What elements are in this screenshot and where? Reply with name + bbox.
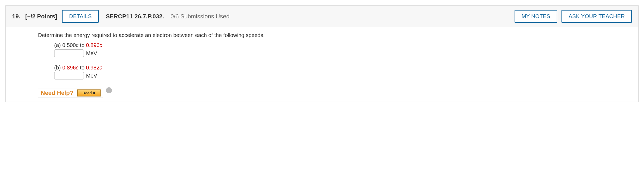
help-row: Need Help? Read It xyxy=(38,88,103,98)
part-b-answer-input[interactable] xyxy=(54,72,84,79)
part-a-label: (a) xyxy=(54,42,62,48)
part-a-to-word: to xyxy=(78,42,86,48)
part-a-from-value: 0.500 xyxy=(62,42,76,48)
part-b-answer-row: MeV xyxy=(54,72,632,79)
speed-c-symbol: c xyxy=(100,65,102,71)
points-display: [–/2 Points] xyxy=(25,13,57,20)
part-a-answer-input[interactable] xyxy=(54,49,84,57)
status-dot-icon xyxy=(106,87,112,93)
header-left-group: 19. [–/2 Points] DETAILS SERCP11 26.7.P.… xyxy=(12,10,229,23)
part-b-to-value: 0.982 xyxy=(86,65,100,71)
speed-c-symbol: c xyxy=(76,42,78,48)
speed-c-symbol: c xyxy=(100,42,102,48)
question-prompt: Determine the energy required to acceler… xyxy=(38,32,632,38)
question-number: 19. xyxy=(12,13,20,20)
part-b-unit: MeV xyxy=(86,73,97,79)
part-b-label: (b) xyxy=(54,65,62,71)
submissions-used: 0/6 Submissions Used xyxy=(170,13,229,20)
read-it-button[interactable]: Read It xyxy=(77,89,101,96)
details-button[interactable]: DETAILS xyxy=(62,10,99,23)
my-notes-button[interactable]: MY NOTES xyxy=(515,10,557,23)
speed-c-symbol: c xyxy=(76,65,78,71)
question-header: 19. [–/2 Points] DETAILS SERCP11 26.7.P.… xyxy=(6,6,638,27)
part-b-from-value: 0.896 xyxy=(62,65,76,71)
part-a-to-value: 0.896 xyxy=(86,42,100,48)
question-body: Determine the energy required to acceler… xyxy=(6,27,638,102)
need-help-label: Need Help? xyxy=(41,89,73,96)
ask-your-teacher-button[interactable]: ASK YOUR TEACHER xyxy=(561,10,632,23)
part-a-unit: MeV xyxy=(86,50,97,56)
help-section: Need Help? Read It xyxy=(38,87,632,98)
header-right-group: MY NOTES ASK YOUR TEACHER xyxy=(515,10,632,23)
question-container: 19. [–/2 Points] DETAILS SERCP11 26.7.P.… xyxy=(5,5,639,102)
part-b-to-word: to xyxy=(78,65,86,71)
part-a-answer-row: MeV xyxy=(54,49,632,57)
part-b: (b) 0.896c to 0.982c MeV xyxy=(54,65,632,79)
problem-code: SERCP11 26.7.P.032. xyxy=(106,13,164,20)
part-a: (a) 0.500c to 0.896c MeV xyxy=(54,42,632,57)
